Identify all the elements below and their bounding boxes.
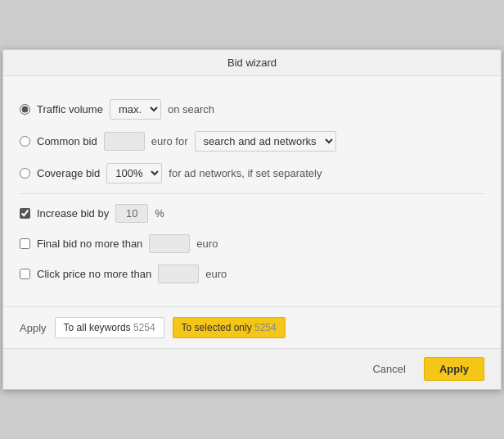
traffic-volume-row: Traffic volume max. min. avg. on search (20, 99, 484, 120)
common-bid-input[interactable] (104, 132, 145, 151)
cancel-button[interactable]: Cancel (362, 357, 415, 381)
dialog-footer: Cancel Apply (3, 348, 501, 389)
bid-options-section: Traffic volume max. min. avg. on search … (20, 89, 484, 193)
final-bid-input[interactable] (149, 234, 190, 253)
common-bid-currency: euro for (151, 135, 188, 147)
coverage-bid-row: Coverage bid 100% 50% 25% for ad network… (20, 163, 484, 183)
traffic-volume-suffix: on search (168, 103, 214, 115)
final-bid-checkbox[interactable] (20, 238, 30, 249)
coverage-bid-label[interactable]: Coverage bid (37, 167, 100, 179)
modifiers-section: Increase bid by % Final bid no more than… (20, 193, 484, 293)
selected-only-button[interactable]: To selected only 5254 (173, 317, 286, 338)
traffic-volume-label[interactable]: Traffic volume (37, 103, 103, 115)
common-bid-radio[interactable] (20, 136, 30, 147)
final-bid-label[interactable]: Final bid no more than (37, 238, 142, 250)
click-price-checkbox[interactable] (20, 269, 30, 279)
network-select[interactable]: search and ad networks search only ad ne… (195, 131, 336, 152)
all-keywords-count: 5254 (133, 322, 155, 333)
bid-wizard-dialog: Bid wizard Traffic volume max. min. avg.… (2, 49, 502, 390)
click-price-input[interactable] (158, 265, 199, 283)
coverage-select[interactable]: 100% 50% 25% (106, 163, 162, 183)
increase-bid-checkbox[interactable] (20, 208, 30, 219)
increase-bid-input[interactable] (115, 204, 148, 223)
common-bid-label[interactable]: Common bid (37, 135, 97, 147)
final-bid-currency: euro (196, 238, 218, 250)
apply-label: Apply (20, 322, 47, 334)
click-price-label[interactable]: Click price no more than (37, 268, 151, 280)
common-bid-row: Common bid euro for search and ad networ… (20, 131, 484, 152)
all-keywords-text: To all keywords (64, 322, 131, 333)
click-price-currency: euro (205, 268, 227, 280)
coverage-bid-radio[interactable] (20, 168, 30, 179)
all-keywords-button[interactable]: To all keywords 5254 (55, 317, 164, 338)
percent-sign: % (155, 207, 164, 220)
coverage-bid-suffix: for ad networks, if set separately (169, 167, 322, 179)
increase-bid-row: Increase bid by % (20, 204, 484, 223)
traffic-volume-radio[interactable] (20, 104, 30, 115)
increase-bid-label[interactable]: Increase bid by (37, 207, 109, 220)
selected-only-count: 5254 (254, 322, 277, 333)
final-bid-row: Final bid no more than euro (20, 234, 484, 253)
traffic-volume-select[interactable]: max. min. avg. (110, 99, 161, 120)
dialog-body: Traffic volume max. min. avg. on search … (3, 76, 501, 306)
click-price-row: Click price no more than euro (20, 265, 484, 283)
apply-button[interactable]: Apply (424, 357, 484, 381)
apply-section: Apply To all keywords 5254 To selected o… (3, 306, 501, 348)
dialog-title: Bid wizard (3, 50, 501, 76)
selected-only-text: To selected only (182, 322, 252, 333)
